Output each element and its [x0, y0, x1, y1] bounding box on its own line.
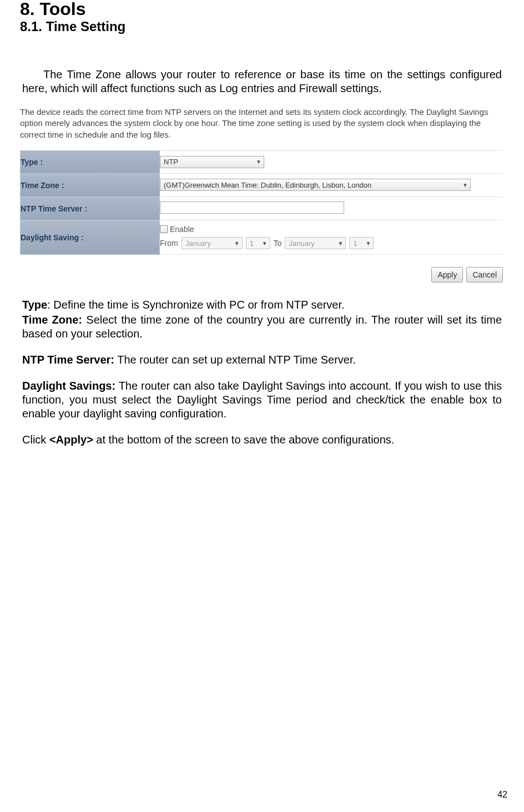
def-daylight: Daylight Savings: The router can also ta… — [22, 379, 502, 421]
screenshot-description: The device reads the correct time from N… — [20, 107, 503, 140]
row-ntp: NTP Time Server : — [20, 197, 503, 220]
settings-table: Type : NTP ▼ Time Zone : (GMT)Greenwich … — [20, 150, 503, 255]
ntp-server-input[interactable] — [160, 201, 344, 214]
chevron-down-icon: ▼ — [256, 159, 261, 165]
type-dropdown[interactable]: NTP ▼ — [160, 156, 264, 168]
timezone-dropdown[interactable]: (GMT)Greenwich Mean Time: Dublin, Edinbu… — [160, 179, 471, 191]
def-ntp-text: The router can set up external NTP Time … — [114, 354, 356, 366]
def-ntp-label: NTP Time Server: — [22, 354, 114, 366]
button-bar: Apply Cancel — [20, 267, 503, 283]
daylight-enable-label: Enable — [170, 225, 194, 234]
def-type-text: : Define the time is Synchronize with PC… — [47, 299, 344, 311]
def-click-bold: <Apply> — [49, 433, 93, 446]
heading-tools: 8. Tools — [20, 0, 504, 18]
def-timezone: Time Zone: Select the time zone of the c… — [22, 313, 502, 341]
row-timezone: Time Zone : (GMT)Greenwich Mean Time: Du… — [20, 174, 503, 197]
daylight-enable-checkbox[interactable] — [160, 225, 168, 233]
to-label: To — [274, 239, 282, 248]
label-timezone: Time Zone : — [20, 174, 160, 197]
chevron-down-icon: ▼ — [366, 240, 371, 246]
def-type-label: Type — [22, 299, 47, 311]
chevron-down-icon: ▼ — [234, 240, 240, 246]
type-value: NTP — [164, 158, 178, 166]
from-day-dropdown[interactable]: 1 ▼ — [246, 237, 270, 249]
def-timezone-text: Select the time zone of the country you … — [22, 314, 502, 340]
from-day-value: 1 — [250, 239, 254, 248]
page-number: 42 — [497, 790, 507, 800]
def-ntp: NTP Time Server: The router can set up e… — [22, 353, 502, 367]
def-click-post: at the bottom of the screen to save the … — [93, 433, 395, 446]
def-daylight-label: Daylight Savings: — [22, 380, 115, 392]
from-month-dropdown[interactable]: January ▼ — [182, 237, 243, 249]
def-click: Click <Apply> at the bottom of the scree… — [22, 433, 502, 447]
def-timezone-label: Time Zone: — [22, 314, 82, 326]
to-day-dropdown[interactable]: 1 ▼ — [349, 237, 374, 249]
label-ntp: NTP Time Server : — [20, 197, 160, 220]
to-day-value: 1 — [353, 239, 357, 248]
timezone-value: (GMT)Greenwich Mean Time: Dublin, Edinbu… — [164, 181, 371, 189]
label-type: Type : — [20, 150, 160, 174]
to-month-dropdown[interactable]: January ▼ — [285, 237, 346, 249]
chevron-down-icon: ▼ — [338, 240, 344, 246]
def-click-pre: Click — [22, 433, 49, 446]
intro-paragraph: The Time Zone allows your router to refe… — [20, 68, 504, 95]
from-month-value: January — [185, 239, 211, 248]
config-screenshot: The device reads the correct time from N… — [20, 107, 503, 283]
definitions-block: Type: Define the time is Synchronize wit… — [20, 298, 504, 447]
cancel-button[interactable]: Cancel — [466, 267, 503, 283]
label-daylight: Daylight Saving : — [20, 220, 160, 255]
apply-button[interactable]: Apply — [431, 267, 463, 283]
to-month-value: January — [289, 239, 314, 248]
chevron-down-icon: ▼ — [462, 182, 468, 188]
def-type: Type: Define the time is Synchronize wit… — [22, 298, 502, 312]
from-label: From — [160, 239, 178, 248]
chevron-down-icon: ▼ — [262, 240, 268, 246]
row-type: Type : NTP ▼ — [20, 150, 503, 174]
row-daylight: Daylight Saving : Enable From January ▼ — [20, 220, 503, 255]
heading-time-setting: 8.1. Time Setting — [20, 20, 504, 33]
intro-text: The Time Zone allows your router to refe… — [22, 68, 502, 94]
